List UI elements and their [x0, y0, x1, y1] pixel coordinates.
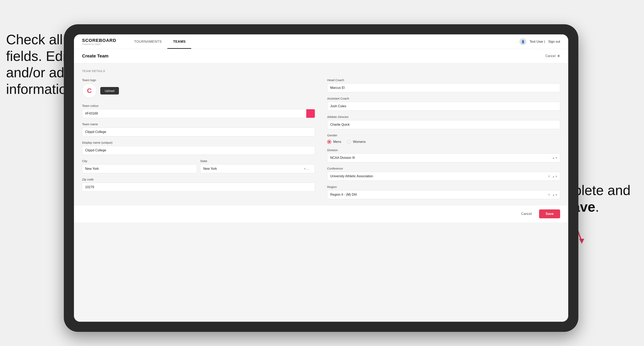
- head-coach-group: Head Coach: [327, 78, 560, 92]
- division-input[interactable]: [327, 153, 560, 162]
- state-label: State: [200, 159, 315, 163]
- upload-button[interactable]: Upload: [100, 87, 119, 95]
- asst-coach-group: Assistant Coach: [327, 97, 560, 111]
- state-input-wrap: ✕ ⌄: [200, 164, 315, 173]
- display-name-group: Display name (unique): [82, 141, 315, 155]
- region-group: Region ✕ ▲▼: [327, 185, 560, 199]
- division-label: Division: [327, 148, 560, 152]
- brand-subtitle: Powered by clippd: [82, 43, 116, 45]
- team-logo-group: Team logo C Upload: [82, 78, 315, 100]
- team-name-label: Team name: [82, 122, 315, 126]
- team-name-input[interactable]: [82, 128, 315, 136]
- tablet-screen: SCOREBOARD Powered by clippd TOURNAMENTS…: [74, 34, 568, 322]
- signout-link[interactable]: Sign out: [548, 40, 560, 43]
- navbar: SCOREBOARD Powered by clippd TOURNAMENTS…: [74, 34, 568, 49]
- form-grid: Team logo C Upload Team colour: [82, 78, 560, 199]
- form-section: TEAM DETAILS Team logo C Upload: [74, 63, 568, 205]
- save-button[interactable]: Save: [539, 209, 560, 218]
- state-input[interactable]: [200, 164, 315, 173]
- division-select-wrap: ▲▼: [327, 153, 560, 162]
- cancel-button[interactable]: Cancel: [517, 210, 536, 218]
- athletic-dir-label: Athletic Director: [327, 115, 560, 119]
- logo-section: C Upload: [82, 83, 315, 98]
- head-coach-label: Head Coach: [327, 78, 560, 82]
- user-text: Test User |: [530, 40, 545, 43]
- tablet-device: SCOREBOARD Powered by clippd TOURNAMENTS…: [64, 24, 578, 332]
- cancel-top-button[interactable]: Cancel ✕: [545, 54, 560, 58]
- zip-input[interactable]: [82, 183, 315, 192]
- display-name-input[interactable]: [82, 146, 315, 155]
- nav-right: 👤 Test User | Sign out: [520, 38, 560, 45]
- page-header: Create Team Cancel ✕: [74, 49, 568, 63]
- team-logo-label: Team logo: [82, 78, 315, 82]
- gender-label: Gender: [327, 134, 560, 137]
- conference-select-wrap: ✕ ▲▼: [327, 172, 560, 181]
- city-state-row: City State ✕ ⌄: [82, 159, 315, 173]
- athletic-dir-input[interactable]: [327, 120, 560, 129]
- city-input[interactable]: [82, 164, 197, 173]
- region-select-wrap: ✕ ▲▼: [327, 190, 560, 199]
- radio-womens-dot: [347, 140, 351, 144]
- city-state-group: City State ✕ ⌄: [82, 159, 315, 173]
- tab-teams[interactable]: TEAMS: [167, 34, 191, 49]
- form-right: Head Coach Assistant Coach Athletic Dire…: [327, 78, 560, 199]
- colour-swatch[interactable]: [306, 109, 315, 118]
- region-label: Region: [327, 185, 560, 188]
- action-bar: Cancel Save: [74, 205, 568, 222]
- color-input-row: [82, 109, 315, 118]
- team-name-group: Team name: [82, 122, 315, 136]
- tab-tournaments[interactable]: TOURNAMENTS: [128, 34, 167, 49]
- division-group: Division ▲▼: [327, 148, 560, 162]
- radio-mens[interactable]: Mens: [327, 140, 341, 144]
- city-group: City: [82, 159, 197, 173]
- region-input[interactable]: [327, 190, 560, 199]
- zip-group: Zip code: [82, 178, 315, 192]
- gender-radio-group: Mens Womens: [327, 139, 560, 144]
- gender-group: Gender Mens Womens: [327, 134, 560, 144]
- nav-tabs: TOURNAMENTS TEAMS: [128, 34, 191, 49]
- zip-label: Zip code: [82, 178, 315, 181]
- conference-input[interactable]: [327, 172, 560, 181]
- team-colour-label: Team colour: [82, 104, 315, 107]
- user-avatar: 👤: [520, 38, 526, 45]
- state-group: State ✕ ⌄: [200, 159, 315, 173]
- radio-mens-dot: [327, 140, 331, 144]
- main-content: Create Team Cancel ✕ TEAM DETAILS Team l…: [74, 49, 568, 322]
- conference-label: Conference: [327, 167, 560, 170]
- colour-text-input[interactable]: [82, 109, 306, 118]
- close-icon: ✕: [557, 54, 560, 58]
- team-colour-group: Team colour: [82, 104, 315, 118]
- conference-group: Conference ✕ ▲▼: [327, 167, 560, 181]
- logo-circle: C: [82, 83, 97, 98]
- state-clear-icon[interactable]: ✕ ⌄: [304, 167, 309, 170]
- asst-coach-label: Assistant Coach: [327, 97, 560, 100]
- head-coach-input[interactable]: [327, 83, 560, 92]
- page-title: Create Team: [82, 53, 108, 59]
- section-label: TEAM DETAILS: [82, 69, 560, 73]
- athletic-dir-group: Athletic Director: [327, 115, 560, 129]
- radio-womens[interactable]: Womens: [347, 140, 366, 144]
- asst-coach-input[interactable]: [327, 102, 560, 111]
- form-left: Team logo C Upload Team colour: [82, 78, 315, 199]
- nav-brand: SCOREBOARD Powered by clippd: [82, 38, 116, 45]
- display-name-label: Display name (unique): [82, 141, 315, 144]
- city-label: City: [82, 159, 197, 163]
- svg-marker-1: [579, 239, 584, 244]
- brand-title: SCOREBOARD: [82, 38, 116, 43]
